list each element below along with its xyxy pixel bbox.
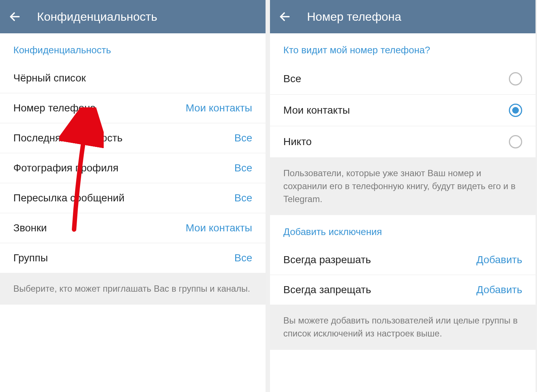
- radio-label: Мои контакты: [283, 104, 350, 116]
- add-button[interactable]: Добавить: [476, 284, 522, 296]
- header-right: Номер телефона: [270, 0, 536, 33]
- row-calls[interactable]: Звонки Мои контакты: [0, 213, 266, 243]
- header-left: Конфиденциальность: [0, 0, 266, 33]
- phone-number-screen: Номер телефона Кто видит мой номер телеф…: [270, 0, 536, 392]
- row-groups[interactable]: Группы Все: [0, 243, 266, 273]
- header-title: Конфиденциальность: [37, 10, 157, 24]
- radio-label: Все: [283, 73, 301, 85]
- row-last-seen[interactable]: Последняя активность Все: [0, 123, 266, 153]
- radio-option-nobody[interactable]: Никто: [270, 126, 536, 157]
- back-button[interactable]: [277, 9, 292, 24]
- row-label: Пересылка сообщений: [13, 192, 124, 204]
- back-button[interactable]: [7, 9, 22, 24]
- row-label: Звонки: [13, 222, 47, 234]
- row-value: Мои контакты: [186, 102, 252, 114]
- info-known-contacts: Пользователи, которые уже знают Ваш номе…: [270, 157, 536, 215]
- back-arrow-icon: [9, 10, 21, 23]
- info-exceptions: Вы можете добавить пользователей или цел…: [270, 305, 536, 350]
- row-value: Все: [234, 252, 252, 264]
- row-label: Всегда разрешать: [283, 254, 371, 266]
- row-value: Все: [234, 192, 252, 204]
- row-forwarded-messages[interactable]: Пересылка сообщений Все: [0, 183, 266, 213]
- radio-icon: [509, 104, 522, 117]
- radio-option-my-contacts[interactable]: Мои контакты: [270, 95, 536, 126]
- add-button[interactable]: Добавить: [476, 254, 522, 266]
- radio-icon: [509, 135, 522, 148]
- row-value: Все: [234, 162, 252, 174]
- back-arrow-icon: [278, 10, 291, 23]
- row-value: Все: [234, 132, 252, 144]
- row-label: Группы: [13, 252, 48, 264]
- section-title-privacy: Конфиденциальность: [0, 33, 266, 63]
- header-title: Номер телефона: [307, 10, 401, 24]
- row-profile-photo[interactable]: Фотография профиля Все: [0, 153, 266, 183]
- row-blacklist[interactable]: Чёрный список: [0, 63, 266, 93]
- privacy-screen: Конфиденциальность Конфиденциальность Чё…: [0, 0, 266, 392]
- row-label: Чёрный список: [13, 72, 86, 84]
- section-title-who-sees: Кто видит мой номер телефона?: [270, 33, 536, 63]
- row-always-allow[interactable]: Всегда разрешать Добавить: [270, 245, 536, 275]
- section-title-exceptions: Добавить исключения: [270, 215, 536, 245]
- row-phone-number[interactable]: Номер телефона Мои контакты: [0, 93, 266, 123]
- radio-label: Никто: [283, 136, 312, 148]
- footer-note-groups: Выберите, кто может приглашать Вас в гру…: [0, 273, 266, 305]
- row-label: Всегда запрещать: [283, 284, 371, 296]
- row-label: Номер телефона: [13, 102, 96, 114]
- row-label: Фотография профиля: [13, 162, 119, 174]
- radio-icon: [509, 72, 522, 86]
- row-value: Мои контакты: [186, 222, 252, 234]
- row-label: Последняя активность: [13, 132, 123, 144]
- radio-option-everyone[interactable]: Все: [270, 63, 536, 95]
- row-never-allow[interactable]: Всегда запрещать Добавить: [270, 275, 536, 305]
